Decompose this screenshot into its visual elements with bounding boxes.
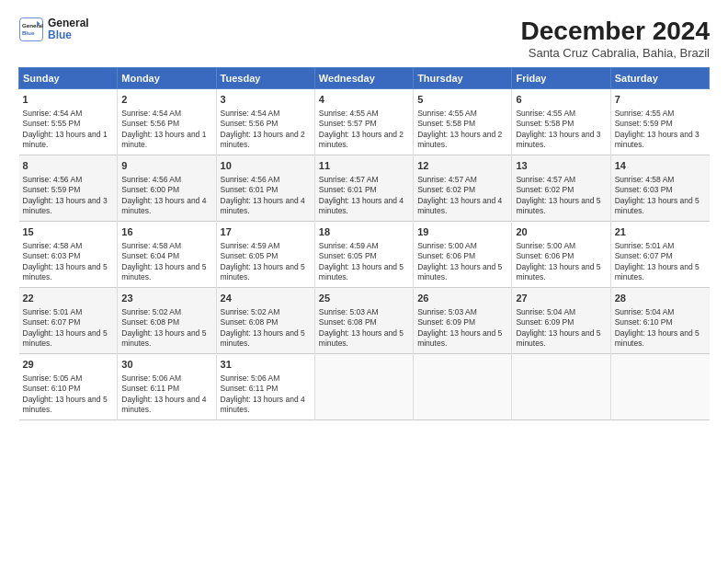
day-25: 25 Sunrise: 5:03 AMSunset: 6:08 PMDaylig… <box>314 288 413 354</box>
table-row: 15 Sunrise: 4:58 AMSunset: 6:03 PMDaylig… <box>19 222 710 288</box>
day-31: 31 Sunrise: 5:06 AMSunset: 6:11 PMDaylig… <box>216 354 314 420</box>
col-sunday: Sunday <box>19 68 118 89</box>
col-monday: Monday <box>118 68 216 89</box>
calendar-page: General Blue General Blue December 2024 … <box>0 0 728 563</box>
col-thursday: Thursday <box>414 68 512 89</box>
empty-cell <box>610 354 709 420</box>
logo-text-blue: Blue <box>48 29 89 41</box>
day-4: 4 Sunrise: 4:55 AMSunset: 5:57 PMDayligh… <box>314 89 413 155</box>
empty-cell <box>414 354 512 420</box>
calendar-table: Sunday Monday Tuesday Wednesday Thursday… <box>18 67 710 420</box>
table-row: 22 Sunrise: 5:01 AMSunset: 6:07 PMDaylig… <box>19 288 710 354</box>
table-row: 1 Sunrise: 4:54 AMSunset: 5:55 PMDayligh… <box>19 89 710 155</box>
day-15: 15 Sunrise: 4:58 AMSunset: 6:03 PMDaylig… <box>19 222 118 288</box>
empty-cell <box>314 354 413 420</box>
col-tuesday: Tuesday <box>216 68 314 89</box>
day-26: 26 Sunrise: 5:03 AMSunset: 6:09 PMDaylig… <box>414 288 512 354</box>
day-6: 6 Sunrise: 4:55 AMSunset: 5:58 PMDayligh… <box>512 89 610 155</box>
day-12: 12 Sunrise: 4:57 AMSunset: 6:02 PMDaylig… <box>414 155 512 222</box>
day-21: 21 Sunrise: 5:01 AMSunset: 6:07 PMDaylig… <box>610 222 709 288</box>
empty-cell <box>512 354 610 420</box>
day-18: 18 Sunrise: 4:59 AMSunset: 6:05 PMDaylig… <box>314 222 413 288</box>
day-28: 28 Sunrise: 5:04 AMSunset: 6:10 PMDaylig… <box>610 288 709 354</box>
header-row: Sunday Monday Tuesday Wednesday Thursday… <box>19 68 710 89</box>
table-row: 29 Sunrise: 5:05 AMSunset: 6:10 PMDaylig… <box>19 354 710 420</box>
day-2: 2 Sunrise: 4:54 AMSunset: 5:56 PMDayligh… <box>118 89 216 155</box>
day-30: 30 Sunrise: 5:06 AMSunset: 6:11 PMDaylig… <box>118 354 216 420</box>
day-11: 11 Sunrise: 4:57 AMSunset: 6:01 PMDaylig… <box>314 155 413 222</box>
day-7: 7 Sunrise: 4:55 AMSunset: 5:59 PMDayligh… <box>610 89 709 155</box>
day-10: 10 Sunrise: 4:56 AMSunset: 6:01 PMDaylig… <box>216 155 314 222</box>
day-14: 14 Sunrise: 4:58 AMSunset: 6:03 PMDaylig… <box>610 155 709 222</box>
header: General Blue General Blue December 2024 … <box>18 17 710 60</box>
day-3: 3 Sunrise: 4:54 AMSunset: 5:56 PMDayligh… <box>216 89 314 155</box>
day-19: 19 Sunrise: 5:00 AMSunset: 6:06 PMDaylig… <box>414 222 512 288</box>
day-1: 1 Sunrise: 4:54 AMSunset: 5:55 PMDayligh… <box>19 89 118 155</box>
calendar-title: December 2024 <box>521 17 710 46</box>
day-24: 24 Sunrise: 5:02 AMSunset: 6:08 PMDaylig… <box>216 288 314 354</box>
col-friday: Friday <box>512 68 610 89</box>
day-23: 23 Sunrise: 5:02 AMSunset: 6:08 PMDaylig… <box>118 288 216 354</box>
calendar-subtitle: Santa Cruz Cabralia, Bahia, Brazil <box>521 46 710 60</box>
col-wednesday: Wednesday <box>314 68 413 89</box>
svg-text:General: General <box>22 22 43 29</box>
day-17: 17 Sunrise: 4:59 AMSunset: 6:05 PMDaylig… <box>216 222 314 288</box>
day-9: 9 Sunrise: 4:56 AMSunset: 6:00 PMDayligh… <box>118 155 216 222</box>
logo: General Blue General Blue <box>18 17 89 42</box>
day-29: 29 Sunrise: 5:05 AMSunset: 6:10 PMDaylig… <box>19 354 118 420</box>
day-27: 27 Sunrise: 5:04 AMSunset: 6:09 PMDaylig… <box>512 288 610 354</box>
col-saturday: Saturday <box>610 68 709 89</box>
table-row: 8 Sunrise: 4:56 AMSunset: 5:59 PMDayligh… <box>19 155 710 222</box>
day-8: 8 Sunrise: 4:56 AMSunset: 5:59 PMDayligh… <box>19 155 118 222</box>
day-16: 16 Sunrise: 4:58 AMSunset: 6:04 PMDaylig… <box>118 222 216 288</box>
title-block: December 2024 Santa Cruz Cabralia, Bahia… <box>521 17 710 60</box>
day-5: 5 Sunrise: 4:55 AMSunset: 5:58 PMDayligh… <box>414 89 512 155</box>
day-20: 20 Sunrise: 5:00 AMSunset: 6:06 PMDaylig… <box>512 222 610 288</box>
day-22: 22 Sunrise: 5:01 AMSunset: 6:07 PMDaylig… <box>19 288 118 354</box>
logo-icon: General Blue <box>18 17 44 42</box>
svg-text:Blue: Blue <box>22 29 35 36</box>
day-13: 13 Sunrise: 4:57 AMSunset: 6:02 PMDaylig… <box>512 155 610 222</box>
